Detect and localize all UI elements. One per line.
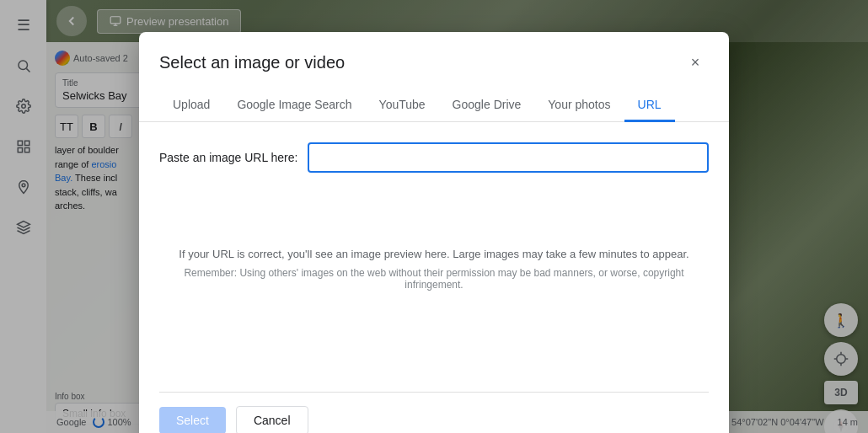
tab-your-photos[interactable]: Your photos — [534, 89, 624, 122]
preview-hint: If your URL is correct, you'll see an im… — [179, 248, 689, 260]
url-row: Paste an image URL here: — [159, 142, 709, 173]
modal-close-button[interactable]: × — [682, 49, 709, 76]
modal-title: Select an image or video — [159, 53, 345, 72]
select-button[interactable]: Select — [159, 407, 226, 433]
cancel-button[interactable]: Cancel — [236, 406, 308, 433]
tab-google-image-search[interactable]: Google Image Search — [223, 89, 365, 122]
modal-body: Paste an image URL here: If your URL is … — [139, 122, 729, 392]
modal-header: Select an image or video × — [139, 32, 729, 76]
preview-area: If your URL is correct, you'll see an im… — [159, 193, 709, 345]
url-input[interactable] — [308, 142, 709, 173]
tab-url[interactable]: URL — [624, 89, 675, 122]
tab-google-drive[interactable]: Google Drive — [439, 89, 535, 122]
modal-tabs: Upload Google Image Search YouTube Googl… — [139, 89, 729, 122]
url-label: Paste an image URL here: — [159, 151, 297, 164]
tab-youtube[interactable]: YouTube — [366, 89, 439, 122]
tab-upload[interactable]: Upload — [159, 89, 223, 122]
select-image-modal: Select an image or video × Upload Google… — [139, 32, 729, 433]
preview-warning: Remember: Using others' images on the we… — [176, 267, 692, 291]
modal-footer: Select Cancel — [139, 393, 729, 433]
